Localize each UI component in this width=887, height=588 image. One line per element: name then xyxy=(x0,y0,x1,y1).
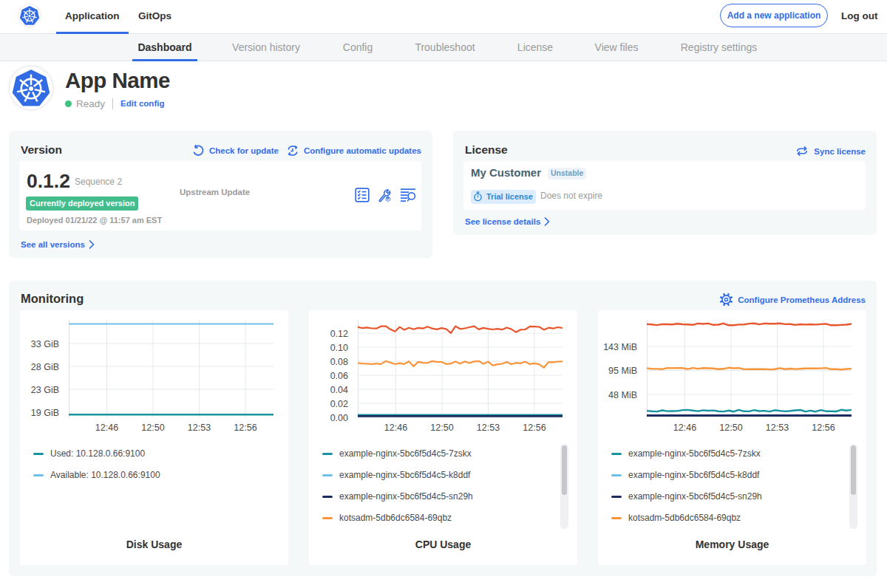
svg-text:0.10: 0.10 xyxy=(330,343,348,353)
svg-text:0.08: 0.08 xyxy=(330,357,348,367)
svg-text:48 MiB: 48 MiB xyxy=(608,390,637,400)
svg-text:95 MiB: 95 MiB xyxy=(608,366,637,376)
svg-text:12:46: 12:46 xyxy=(95,423,118,433)
svg-text:12:53: 12:53 xyxy=(477,423,500,433)
svg-text:12:50: 12:50 xyxy=(430,423,453,433)
svg-text:0.04: 0.04 xyxy=(330,385,348,395)
svg-text:12:50: 12:50 xyxy=(141,423,164,433)
svg-text:0.00: 0.00 xyxy=(330,413,348,423)
svg-text:12:50: 12:50 xyxy=(719,423,742,433)
svg-text:12:56: 12:56 xyxy=(523,423,546,433)
svg-text:19 GiB: 19 GiB xyxy=(31,408,59,418)
svg-text:0.02: 0.02 xyxy=(330,399,348,409)
svg-text:12:46: 12:46 xyxy=(673,423,696,433)
svg-text:23 GiB: 23 GiB xyxy=(31,385,59,395)
svg-text:33 GiB: 33 GiB xyxy=(31,339,59,349)
svg-text:12:46: 12:46 xyxy=(384,423,407,433)
svg-text:12:53: 12:53 xyxy=(188,423,211,433)
svg-text:28 GiB: 28 GiB xyxy=(31,362,59,372)
svg-text:0.12: 0.12 xyxy=(330,329,348,339)
svg-text:0.06: 0.06 xyxy=(330,371,348,381)
svg-text:143 MiB: 143 MiB xyxy=(603,342,637,352)
svg-text:12:53: 12:53 xyxy=(766,423,789,433)
svg-text:12:56: 12:56 xyxy=(812,423,835,433)
svg-text:12:56: 12:56 xyxy=(234,423,256,433)
